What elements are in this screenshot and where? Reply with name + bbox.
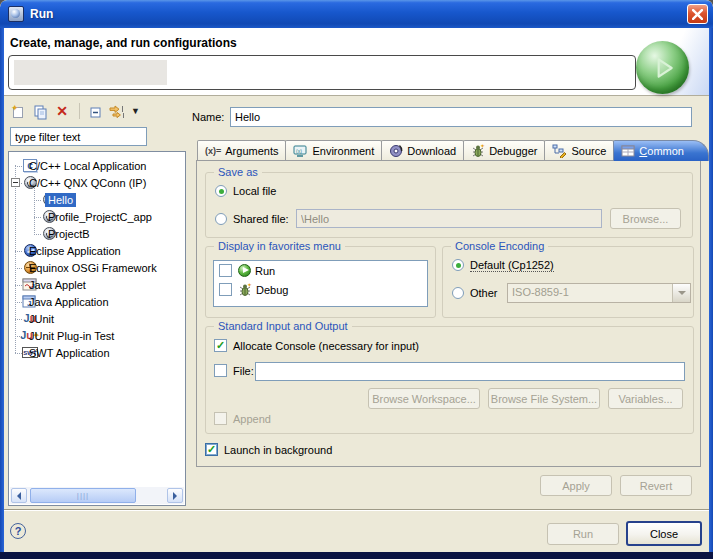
tree-item-equinox-osgi[interactable]: Equinox OSGi Framework	[10, 259, 184, 276]
common-tab-pane: Save as Local file Shared file: Browse..…	[196, 160, 701, 467]
shared-file-input	[296, 209, 602, 228]
config-toolbar: ✦ ✕ ▼	[8, 100, 140, 122]
configurations-tree: c C/C++ Local Application C/C++ QNX QCon…	[8, 151, 186, 506]
file-input[interactable]	[255, 362, 685, 381]
tab-strip: (x)= Arguments (x) Environment Download …	[197, 140, 713, 161]
run-button: Run	[547, 523, 619, 545]
help-icon[interactable]: ?	[10, 523, 26, 539]
tab-download[interactable]: Download	[381, 140, 464, 161]
console-encoding-group-title: Console Encoding	[451, 240, 548, 252]
menu-caret-icon[interactable]: ▼	[131, 106, 140, 116]
favorites-group: Display in favorites menu Run ✦ Debug	[205, 246, 436, 318]
delete-icon[interactable]: ✕	[52, 101, 72, 121]
favorites-list: Run ✦ Debug	[213, 260, 428, 307]
launch-background-checkbox[interactable]	[205, 443, 218, 456]
scrollbar-thumb[interactable]: ||||	[30, 488, 136, 503]
stdio-group-title: Standard Input and Output	[214, 320, 352, 332]
tab-arguments[interactable]: (x)= Arguments	[197, 140, 286, 161]
duplicate-icon[interactable]	[30, 101, 50, 121]
allocate-console-checkbox[interactable]	[214, 339, 227, 352]
other-encoding-label: Other	[470, 287, 498, 299]
tab-source[interactable]: Source	[544, 140, 614, 161]
tree-item-eclipse-application[interactable]: Eclipse Application	[10, 242, 184, 259]
tree-item-hello[interactable]: Hello	[10, 191, 184, 208]
svg-text:✦: ✦	[480, 144, 485, 149]
default-encoding-label: Default (Cp1252)	[470, 259, 554, 272]
file-checkbox[interactable]	[214, 364, 227, 377]
tab-environment[interactable]: (x) Environment	[285, 140, 382, 161]
variables-button: Variables...	[608, 388, 683, 409]
svg-text:(x): (x)	[296, 147, 302, 153]
common-icon	[621, 145, 635, 157]
save-as-group-title: Save as	[214, 166, 262, 178]
file-label: File:	[233, 365, 254, 377]
local-file-label: Local file	[233, 185, 276, 197]
arguments-icon: (x)=	[205, 146, 221, 156]
favorite-debug-row[interactable]: ✦ Debug	[214, 280, 427, 299]
tree-item-qnx-qconn[interactable]: C/C++ QNX QConn (IP)	[10, 174, 184, 191]
run-dialog: Run Create, manage, and run configuratio…	[0, 0, 713, 559]
favorite-run-row[interactable]: Run	[214, 261, 427, 280]
other-encoding-radio[interactable]	[452, 287, 464, 299]
scroll-right-icon[interactable]	[167, 488, 183, 503]
tree-item-swt-application[interactable]: SWT SWT Application	[10, 344, 184, 361]
window-border-right	[709, 28, 713, 552]
tab-debugger[interactable]: ✦ Debugger	[463, 140, 545, 161]
stdio-group: Standard Input and Output Allocate Conso…	[205, 326, 694, 434]
collapse-all-icon[interactable]	[85, 101, 105, 121]
filter-icon[interactable]	[107, 101, 127, 121]
run-checkbox[interactable]	[219, 264, 232, 277]
new-config-icon[interactable]: ✦	[8, 101, 28, 121]
shared-file-label: Shared file:	[233, 213, 289, 225]
favorites-group-title: Display in favorites menu	[214, 240, 345, 252]
close-icon[interactable]	[687, 4, 708, 24]
browse-filesystem-button: Browse File System...	[488, 388, 600, 409]
console-encoding-group: Console Encoding Default (Cp1252) Other …	[442, 246, 694, 318]
default-encoding-radio[interactable]	[452, 259, 464, 271]
filter-input[interactable]	[10, 127, 147, 146]
save-as-group: Save as Local file Shared file: Browse..…	[205, 172, 693, 238]
debugger-icon: ✦	[471, 144, 485, 158]
tree-item-c-local[interactable]: c C/C++ Local Application	[10, 157, 184, 174]
tree-item-projectb[interactable]: ProjectB	[10, 225, 184, 242]
tab-common[interactable]: Common	[613, 140, 709, 161]
window-title: Run	[30, 7, 53, 21]
revert-button: Revert	[620, 475, 692, 496]
debug-checkbox[interactable]	[219, 283, 232, 296]
shared-file-radio[interactable]	[215, 213, 227, 225]
page-title: Create, manage, and run configurations	[10, 36, 237, 50]
name-label: Name:	[192, 111, 224, 123]
collapse-expander-icon[interactable]	[11, 178, 20, 187]
window-border-left	[0, 28, 4, 552]
launch-background-label: Launch in background	[224, 444, 332, 456]
encoding-combo: ISO-8859-1	[507, 283, 691, 303]
tree-item-profile-projectc[interactable]: Profile_ProjectC_app	[10, 208, 184, 225]
app-icon	[8, 6, 24, 22]
tree-item-java-application[interactable]: J Java Application	[10, 293, 184, 310]
tree-item-junit[interactable]: Ju JUnit	[10, 310, 184, 327]
append-checkbox	[214, 412, 227, 425]
tree-horizontal-scrollbar[interactable]: ||||	[10, 487, 184, 504]
header-banner: Create, manage, and run configurations	[4, 28, 709, 96]
apply-button: Apply	[540, 475, 612, 496]
footer-separator	[4, 509, 709, 511]
svg-text:✦: ✦	[11, 103, 19, 113]
message-area	[8, 55, 636, 90]
browse-workspace-button: Browse Workspace...	[368, 388, 480, 409]
run-orb-icon	[636, 41, 689, 94]
scroll-left-icon[interactable]	[11, 488, 27, 503]
debug-icon: ✦	[238, 283, 252, 297]
close-button[interactable]: Close	[626, 521, 702, 546]
name-input[interactable]	[230, 107, 692, 127]
toolbar-separator	[79, 103, 80, 119]
tree-item-java-applet[interactable]: J Java Applet	[10, 276, 184, 293]
tree-item-junit-plugin-test[interactable]: Ju✦ JUnit Plug-in Test	[10, 327, 184, 344]
titlebar: Run	[0, 0, 713, 28]
svg-text:✦: ✦	[247, 283, 252, 288]
run-icon	[238, 264, 251, 277]
source-icon	[552, 144, 567, 158]
environment-icon: (x)	[293, 145, 308, 158]
message-redacted-block	[14, 60, 167, 85]
download-icon	[389, 144, 403, 158]
local-file-radio[interactable]	[215, 185, 227, 197]
